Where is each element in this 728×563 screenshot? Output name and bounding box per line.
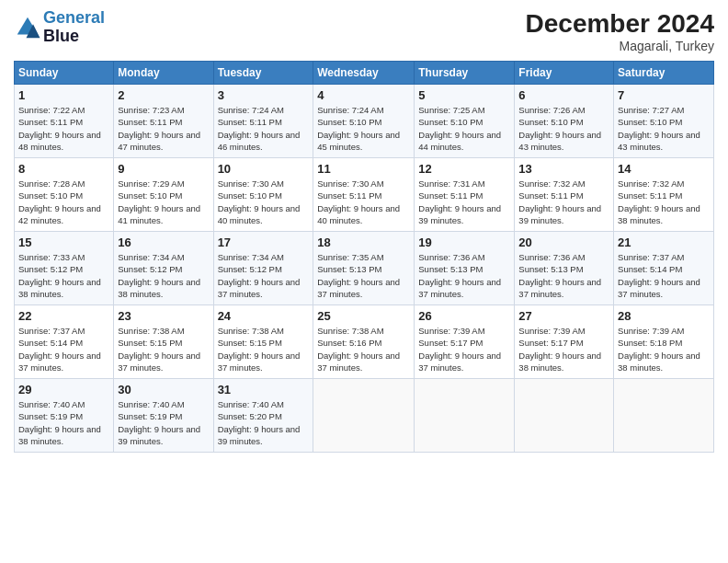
day-cell: 17Sunrise: 7:34 AMSunset: 5:12 PMDayligh…: [213, 232, 313, 305]
day-number: 10: [218, 162, 310, 176]
day-info: Sunrise: 7:36 AMSunset: 5:13 PMDaylight:…: [418, 251, 510, 300]
day-info: Sunrise: 7:32 AMSunset: 5:11 PMDaylight:…: [618, 178, 710, 226]
day-info: Sunrise: 7:27 AMSunset: 5:10 PMDaylight:…: [618, 104, 710, 153]
day-info: Sunrise: 7:28 AMSunset: 5:10 PMDaylight:…: [18, 178, 109, 226]
day-info: Sunrise: 7:39 AMSunset: 5:17 PMDaylight:…: [518, 325, 609, 373]
day-number: 11: [317, 162, 410, 176]
week-row-5: 29Sunrise: 7:40 AMSunset: 5:19 PMDayligh…: [15, 379, 714, 453]
logo: GeneralBlue: [14, 9, 105, 46]
day-cell: 28Sunrise: 7:39 AMSunset: 5:18 PMDayligh…: [614, 305, 714, 379]
week-row-4: 22Sunrise: 7:37 AMSunset: 5:14 PMDayligh…: [15, 305, 714, 379]
day-info: Sunrise: 7:38 AMSunset: 5:15 PMDaylight:…: [118, 325, 209, 373]
day-cell: 31Sunrise: 7:40 AMSunset: 5:20 PMDayligh…: [213, 379, 313, 453]
calendar-body: 1Sunrise: 7:22 AMSunset: 5:11 PMDaylight…: [15, 85, 714, 453]
day-info: Sunrise: 7:26 AMSunset: 5:10 PMDaylight:…: [518, 104, 609, 153]
col-monday: Monday: [114, 62, 213, 85]
col-sunday: Sunday: [15, 62, 114, 85]
day-cell: 1Sunrise: 7:22 AMSunset: 5:11 PMDaylight…: [15, 85, 114, 158]
week-row-1: 1Sunrise: 7:22 AMSunset: 5:11 PMDaylight…: [15, 85, 714, 158]
day-cell: 25Sunrise: 7:38 AMSunset: 5:16 PMDayligh…: [313, 305, 415, 379]
day-cell: 27Sunrise: 7:39 AMSunset: 5:17 PMDayligh…: [515, 305, 614, 379]
week-row-3: 15Sunrise: 7:33 AMSunset: 5:12 PMDayligh…: [15, 232, 714, 305]
day-info: Sunrise: 7:36 AMSunset: 5:13 PMDaylight:…: [518, 251, 609, 300]
col-thursday: Thursday: [415, 62, 515, 85]
location: Magarali, Turkey: [526, 39, 714, 53]
day-number: 26: [418, 309, 510, 323]
day-cell: 3Sunrise: 7:24 AMSunset: 5:11 PMDaylight…: [213, 85, 313, 158]
day-cell: 8Sunrise: 7:28 AMSunset: 5:10 PMDaylight…: [15, 158, 114, 232]
day-number: 29: [18, 383, 109, 396]
day-cell: 5Sunrise: 7:25 AMSunset: 5:10 PMDaylight…: [415, 85, 515, 158]
col-friday: Friday: [515, 62, 614, 85]
day-number: 30: [118, 383, 209, 396]
day-cell: 10Sunrise: 7:30 AMSunset: 5:10 PMDayligh…: [213, 158, 313, 232]
day-number: 14: [618, 162, 710, 176]
col-wednesday: Wednesday: [313, 62, 415, 85]
week-row-2: 8Sunrise: 7:28 AMSunset: 5:10 PMDaylight…: [15, 158, 714, 232]
day-number: 24: [218, 309, 310, 323]
day-cell: 9Sunrise: 7:29 AMSunset: 5:10 PMDaylight…: [114, 158, 213, 232]
day-cell: 7Sunrise: 7:27 AMSunset: 5:10 PMDaylight…: [614, 85, 714, 158]
day-cell: [313, 379, 415, 453]
day-info: Sunrise: 7:40 AMSunset: 5:19 PMDaylight:…: [18, 398, 109, 447]
day-number: 23: [118, 309, 209, 323]
day-number: 17: [218, 236, 310, 249]
day-cell: 13Sunrise: 7:32 AMSunset: 5:11 PMDayligh…: [515, 158, 614, 232]
day-cell: 26Sunrise: 7:39 AMSunset: 5:17 PMDayligh…: [415, 305, 515, 379]
day-number: 1: [18, 88, 109, 102]
day-number: 6: [518, 88, 609, 102]
day-info: Sunrise: 7:24 AMSunset: 5:10 PMDaylight:…: [317, 104, 410, 153]
day-cell: 29Sunrise: 7:40 AMSunset: 5:19 PMDayligh…: [15, 379, 114, 453]
logo-icon: [14, 14, 41, 41]
day-cell: 14Sunrise: 7:32 AMSunset: 5:11 PMDayligh…: [614, 158, 714, 232]
day-cell: 21Sunrise: 7:37 AMSunset: 5:14 PMDayligh…: [614, 232, 714, 305]
day-number: 28: [618, 309, 710, 323]
day-cell: 11Sunrise: 7:30 AMSunset: 5:11 PMDayligh…: [313, 158, 415, 232]
col-tuesday: Tuesday: [213, 62, 313, 85]
day-info: Sunrise: 7:25 AMSunset: 5:10 PMDaylight:…: [418, 104, 510, 153]
day-number: 19: [418, 236, 510, 249]
day-info: Sunrise: 7:35 AMSunset: 5:13 PMDaylight:…: [317, 251, 410, 300]
day-info: Sunrise: 7:24 AMSunset: 5:11 PMDaylight:…: [218, 104, 310, 153]
day-cell: 22Sunrise: 7:37 AMSunset: 5:14 PMDayligh…: [15, 305, 114, 379]
day-cell: [614, 379, 714, 453]
day-info: Sunrise: 7:32 AMSunset: 5:11 PMDaylight:…: [518, 178, 609, 226]
page-container: GeneralBlue December 2024 Magarali, Turk…: [0, 0, 728, 462]
day-cell: 4Sunrise: 7:24 AMSunset: 5:10 PMDaylight…: [313, 85, 415, 158]
header: GeneralBlue December 2024 Magarali, Turk…: [14, 9, 714, 53]
day-cell: [415, 379, 515, 453]
day-info: Sunrise: 7:37 AMSunset: 5:14 PMDaylight:…: [618, 251, 710, 300]
title-block: December 2024 Magarali, Turkey: [526, 9, 714, 53]
day-number: 5: [418, 88, 510, 102]
day-info: Sunrise: 7:33 AMSunset: 5:12 PMDaylight:…: [18, 251, 109, 300]
day-cell: 12Sunrise: 7:31 AMSunset: 5:11 PMDayligh…: [415, 158, 515, 232]
day-info: Sunrise: 7:39 AMSunset: 5:17 PMDaylight:…: [418, 325, 510, 373]
day-number: 8: [18, 162, 109, 176]
day-cell: 24Sunrise: 7:38 AMSunset: 5:15 PMDayligh…: [213, 305, 313, 379]
day-number: 31: [218, 383, 310, 396]
day-info: Sunrise: 7:40 AMSunset: 5:20 PMDaylight:…: [218, 398, 310, 447]
day-number: 21: [618, 236, 710, 249]
day-cell: 15Sunrise: 7:33 AMSunset: 5:12 PMDayligh…: [15, 232, 114, 305]
day-cell: 18Sunrise: 7:35 AMSunset: 5:13 PMDayligh…: [313, 232, 415, 305]
day-cell: 20Sunrise: 7:36 AMSunset: 5:13 PMDayligh…: [515, 232, 614, 305]
logo-text: GeneralBlue: [43, 9, 105, 46]
day-number: 9: [118, 162, 209, 176]
day-cell: 30Sunrise: 7:40 AMSunset: 5:19 PMDayligh…: [114, 379, 213, 453]
day-info: Sunrise: 7:38 AMSunset: 5:15 PMDaylight:…: [218, 325, 310, 373]
day-cell: 23Sunrise: 7:38 AMSunset: 5:15 PMDayligh…: [114, 305, 213, 379]
calendar-table: Sunday Monday Tuesday Wednesday Thursday…: [14, 61, 714, 453]
day-cell: 16Sunrise: 7:34 AMSunset: 5:12 PMDayligh…: [114, 232, 213, 305]
day-cell: 19Sunrise: 7:36 AMSunset: 5:13 PMDayligh…: [415, 232, 515, 305]
day-cell: 6Sunrise: 7:26 AMSunset: 5:10 PMDaylight…: [515, 85, 614, 158]
day-info: Sunrise: 7:40 AMSunset: 5:19 PMDaylight:…: [118, 398, 209, 447]
day-number: 25: [317, 309, 410, 323]
day-number: 7: [618, 88, 710, 102]
day-number: 20: [518, 236, 609, 249]
day-number: 2: [118, 88, 209, 102]
day-info: Sunrise: 7:30 AMSunset: 5:11 PMDaylight:…: [317, 178, 410, 226]
day-number: 12: [418, 162, 510, 176]
month-title: December 2024: [526, 9, 714, 39]
day-info: Sunrise: 7:38 AMSunset: 5:16 PMDaylight:…: [317, 325, 410, 373]
day-info: Sunrise: 7:34 AMSunset: 5:12 PMDaylight:…: [218, 251, 310, 300]
